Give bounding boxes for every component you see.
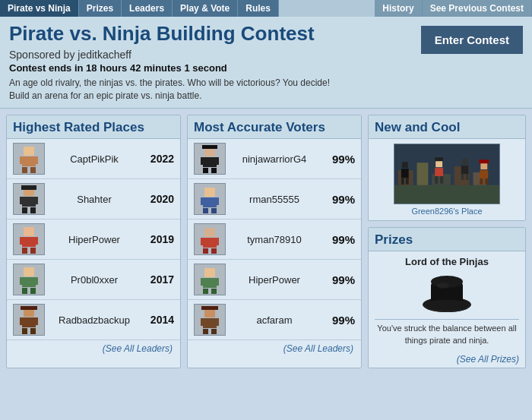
navbar: Pirate vs Ninja Prizes Leaders Play & Vo… [0, 0, 532, 17]
avatar [13, 223, 45, 255]
most-accurate-title: Most Accurate Voters [188, 115, 361, 139]
table-row: HiperPower 99% [188, 260, 361, 300]
voter-name: acfaram [226, 314, 323, 326]
svg-rect-48 [203, 208, 208, 213]
voter-name: rman55555 [226, 194, 323, 205]
leader-name: Shahter [45, 194, 144, 205]
svg-rect-41 [211, 168, 217, 173]
nav-rules[interactable]: Rules [238, 0, 279, 17]
svg-rect-81 [402, 163, 408, 169]
svg-rect-11 [30, 207, 36, 213]
table-row: Radbadzbackup 2014 [7, 300, 180, 340]
new-and-cool-panel: New and Cool [368, 115, 526, 221]
see-all-prizes[interactable]: (See All Prizes) [369, 351, 525, 368]
leader-score: 2019 [144, 233, 174, 245]
svg-rect-98 [479, 160, 489, 164]
leader-score: 2017 [144, 273, 174, 286]
svg-rect-50 [201, 197, 205, 205]
svg-rect-16 [24, 227, 34, 236]
svg-rect-51 [214, 197, 219, 205]
nav-see-previous[interactable]: See Previous Contest [423, 0, 532, 17]
header: Pirate vs. Ninja Building Contest Sponso… [0, 17, 532, 109]
nav-history[interactable]: History [375, 0, 422, 17]
hat-svg [420, 270, 473, 316]
avatar [194, 264, 226, 295]
svg-rect-27 [20, 277, 24, 285]
voter-pct: 99% [323, 153, 355, 166]
svg-rect-93 [466, 174, 469, 180]
avatar [194, 183, 226, 215]
leader-name: Pr0bl0xxer [45, 274, 144, 286]
svg-rect-6 [33, 156, 38, 164]
svg-rect-18 [22, 248, 27, 254]
most-accurate-panel: Most Accurate Voters ninjawarriorG4 99% [187, 115, 362, 368]
nav-spacer [279, 0, 375, 17]
countdown-text: Contest ends in 18 hours 42 minutes 1 se… [9, 62, 336, 74]
prize-content: Lord of the Pinjas You'v [369, 251, 525, 351]
prize-description: You've struck the balance between all th… [375, 319, 519, 346]
table-row: ninjawarriorG4 99% [188, 139, 361, 179]
svg-rect-55 [203, 248, 208, 254]
highest-rated-panel: Highest Rated Places CaptPikPik 2022 [6, 115, 181, 368]
nav-prizes[interactable]: Prizes [79, 0, 122, 17]
nav-right-group: History See Previous Contest [375, 0, 532, 17]
nav-pirate-vs-ninja[interactable]: Pirate vs Ninja [0, 0, 79, 17]
new-and-cool-title: New and Cool [369, 115, 525, 139]
see-all-voters[interactable]: (See All Leaders) [188, 340, 361, 357]
page-title: Pirate vs. Ninja Building Contest [9, 23, 336, 46]
leader-name: Radbadzbackup [45, 314, 144, 326]
voter-pct: 99% [323, 273, 355, 286]
svg-rect-3 [22, 167, 27, 173]
prizes-title: Prizes [369, 228, 525, 251]
svg-rect-96 [480, 178, 483, 185]
svg-rect-20 [20, 237, 24, 245]
scene-svg [394, 144, 499, 204]
svg-rect-33 [30, 328, 36, 334]
svg-rect-40 [203, 168, 208, 173]
leader-score: 2014 [144, 314, 174, 326]
table-row: acfaram 99% [188, 300, 361, 340]
enter-contest-button[interactable]: Enter Contest [421, 26, 523, 54]
svg-rect-65 [214, 278, 219, 286]
voter-pct: 99% [323, 314, 355, 327]
svg-rect-77 [417, 163, 429, 186]
svg-rect-94 [480, 163, 487, 170]
svg-rect-12 [20, 197, 24, 204]
leader-name: CaptPikPik [45, 153, 144, 165]
main-content: Highest Rated Places CaptPikPik 2022 [0, 109, 532, 374]
prize-hat [420, 270, 473, 316]
svg-rect-63 [211, 289, 217, 294]
voter-name: tyman78910 [226, 234, 323, 245]
cool-place-label[interactable]: Green8296's Place [411, 207, 482, 216]
voter-name: ninjawarriorG4 [226, 153, 323, 165]
svg-rect-73 [201, 306, 218, 310]
highest-rated-title: Highest Rated Places [7, 115, 180, 139]
nav-leaders[interactable]: Leaders [122, 0, 173, 17]
right-column: New and Cool [368, 115, 526, 368]
svg-rect-64 [201, 278, 205, 286]
svg-rect-72 [214, 318, 219, 326]
table-row: Shahter 2020 [7, 179, 180, 219]
svg-rect-97 [485, 178, 488, 185]
svg-rect-62 [203, 289, 208, 294]
svg-rect-28 [33, 277, 38, 285]
svg-rect-19 [30, 248, 36, 254]
svg-rect-58 [214, 238, 219, 245]
svg-rect-4 [30, 167, 36, 173]
see-all-leaders-left[interactable]: (See All Leaders) [7, 340, 180, 357]
leader-name: HiperPower [45, 234, 144, 245]
cool-place-image[interactable] [394, 144, 500, 204]
avatar [13, 304, 45, 336]
avatar [13, 183, 45, 215]
svg-rect-49 [211, 208, 217, 213]
svg-rect-26 [30, 288, 36, 294]
svg-rect-14 [21, 185, 36, 190]
avatar [194, 304, 226, 336]
svg-rect-46 [204, 188, 215, 197]
avatar [194, 143, 226, 175]
nav-play-vote[interactable]: Play & Vote [173, 0, 238, 17]
svg-rect-75 [394, 185, 499, 204]
voter-name: HiperPower [226, 274, 323, 286]
svg-rect-44 [202, 145, 217, 149]
table-row: HiperPower 2019 [7, 219, 180, 260]
